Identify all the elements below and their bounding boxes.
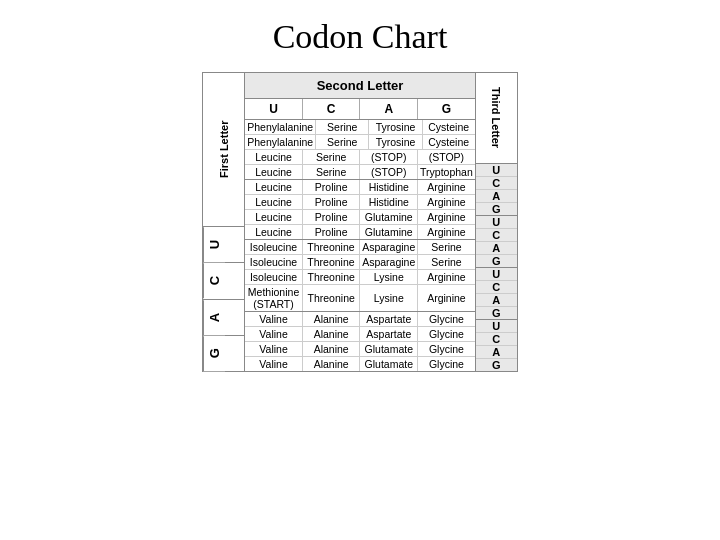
table-row: PhenylalanineSerineTyrosineCysteine — [245, 120, 475, 135]
cell-u: Methionine (START) — [245, 285, 303, 311]
row-group-u: PhenylalanineSerineTyrosineCysteinePheny… — [245, 120, 475, 179]
tl-cell-u: U — [476, 164, 517, 177]
main-area: Second Letter UCAG PhenylalanineSerineTy… — [245, 73, 475, 371]
chart-wrapper: First Letter UCAG Second Letter UCAG Phe… — [202, 72, 518, 372]
cell-u: Leucine — [245, 195, 303, 209]
fl-label-c: C — [203, 263, 225, 298]
col-header-c: C — [303, 99, 361, 119]
cell-c: Serine — [303, 150, 361, 164]
cell-a: Asparagine — [360, 255, 418, 269]
tl-cell-a: A — [476, 346, 517, 359]
fl-group-u: U — [203, 226, 244, 262]
cell-g: Arginine — [418, 285, 475, 311]
col-header-g: G — [418, 99, 475, 119]
cell-c: Alanine — [303, 312, 361, 326]
row-group-g: ValineAlanineAspartateGlycineValineAlani… — [245, 311, 475, 371]
cell-c: Proline — [303, 195, 361, 209]
tl-group-c: UCAG — [476, 215, 517, 267]
fl-label-a: A — [203, 300, 225, 335]
cell-g: Cysteine — [423, 120, 475, 134]
cell-u: Leucine — [245, 150, 303, 164]
cell-g: Glycine — [418, 327, 475, 341]
tl-cell-g: G — [476, 255, 517, 267]
fl-group-a: A — [203, 299, 244, 335]
cell-u: Leucine — [245, 165, 303, 179]
cell-c: Proline — [303, 210, 361, 224]
tl-cell-c: C — [476, 281, 517, 294]
cell-a: Histidine — [360, 180, 418, 194]
cell-u: Isoleucine — [245, 240, 302, 254]
cell-u: Valine — [245, 327, 303, 341]
table-row: ValineAlanineAspartateGlycine — [245, 312, 475, 327]
row-group-c: LeucineProlineHistidineArginineLeucinePr… — [245, 179, 475, 239]
third-letter-header: Third Letter — [476, 73, 517, 163]
cell-a: Lysine — [360, 270, 418, 284]
table-row: LeucineProlineHistidineArginine — [245, 180, 475, 195]
first-letter-header: First Letter — [203, 73, 244, 226]
cell-g: Arginine — [418, 180, 475, 194]
cell-g: Cysteine — [423, 135, 475, 149]
tl-cell-a: A — [476, 294, 517, 307]
table-row: LeucineProlineHistidineArginine — [245, 195, 475, 210]
cell-u: Leucine — [245, 210, 303, 224]
cell-g: Arginine — [418, 195, 475, 209]
tl-group-u: UCAG — [476, 163, 517, 215]
cell-c: Proline — [303, 225, 361, 239]
cell-a: (STOP) — [360, 150, 418, 164]
table-row: LeucineProlineGlutamineArginine — [245, 210, 475, 225]
cell-a: Asparagine — [360, 240, 418, 254]
tl-cell-c: C — [476, 229, 517, 242]
cell-u: Leucine — [245, 225, 303, 239]
cell-u: Valine — [245, 357, 303, 371]
tl-cell-a: A — [476, 242, 517, 255]
table-row: PhenylalanineSerineTyrosineCysteine — [245, 135, 475, 150]
cell-c: Alanine — [303, 357, 361, 371]
tl-cell-u: U — [476, 320, 517, 333]
cell-u: Isoleucine — [245, 255, 302, 269]
cell-g: Tryptophan — [418, 165, 475, 179]
cell-a: Glutamine — [360, 225, 418, 239]
second-letter-title: Second Letter — [245, 73, 475, 98]
tl-group-a: UCAG — [476, 267, 517, 319]
tl-cell-c: C — [476, 333, 517, 346]
cell-u: Valine — [245, 342, 303, 356]
cell-c: Serine — [316, 120, 369, 134]
cell-c: Alanine — [303, 327, 361, 341]
table-row: LeucineSerine(STOP)(STOP) — [245, 150, 475, 165]
cell-a: Glutamate — [360, 342, 418, 356]
col-header-a: A — [360, 99, 418, 119]
cell-g: Arginine — [418, 225, 475, 239]
tl-cell-g: G — [476, 359, 517, 371]
cell-a: Aspartate — [360, 312, 418, 326]
col-header-u: U — [245, 99, 303, 119]
cell-g: Glycine — [418, 357, 475, 371]
cell-c: Threonine — [303, 270, 361, 284]
third-letter-col: Third Letter UCAGUCAGUCAGUCAG — [475, 73, 517, 371]
tl-cell-u: U — [476, 268, 517, 281]
cell-c: Threonine — [303, 240, 360, 254]
cell-a: Histidine — [360, 195, 418, 209]
cell-g: Arginine — [418, 270, 475, 284]
fl-label-g: G — [203, 336, 225, 371]
cell-u: Phenylalanine — [245, 120, 316, 134]
tl-cell-c: C — [476, 177, 517, 190]
cell-c: Proline — [303, 180, 361, 194]
table-row: ValineAlanineAspartateGlycine — [245, 327, 475, 342]
cell-a: Glutamine — [360, 210, 418, 224]
cell-u: Leucine — [245, 180, 303, 194]
tl-cell-u: U — [476, 216, 517, 229]
cell-a: Lysine — [360, 285, 418, 311]
second-letter-header-row: Second Letter — [245, 73, 475, 99]
table-row: IsoleucineThreonineLysineArginine — [245, 270, 475, 285]
cell-c: Threonine — [303, 255, 360, 269]
fl-group-g: G — [203, 335, 244, 371]
fl-group-c: C — [203, 262, 244, 298]
cell-g: Arginine — [418, 210, 475, 224]
cell-c: Threonine — [303, 285, 361, 311]
tl-cell-g: G — [476, 203, 517, 215]
cell-c: Serine — [303, 165, 361, 179]
cell-a: Tyrosine — [369, 120, 422, 134]
table-row: ValineAlanineGlutamateGlycine — [245, 342, 475, 357]
table-row: ValineAlanineGlutamateGlycine — [245, 357, 475, 371]
cell-c: Serine — [316, 135, 369, 149]
